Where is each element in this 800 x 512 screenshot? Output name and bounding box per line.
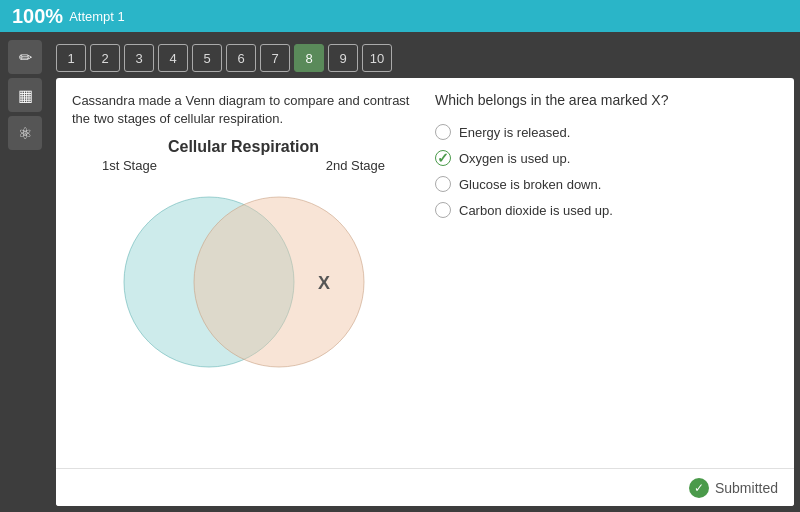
content-area: 12345678910 Cassandra made a Venn diagra…	[50, 32, 800, 512]
question-nav-btn-9[interactable]: 9	[328, 44, 358, 72]
radio-b[interactable]: ✓	[435, 150, 451, 166]
score-display: 100%	[12, 5, 63, 28]
question-nav-btn-3[interactable]: 3	[124, 44, 154, 72]
question-nav-btn-8[interactable]: 8	[294, 44, 324, 72]
diagram-description: Cassandra made a Venn diagram to compare…	[72, 92, 415, 128]
sidebar: ✏ ▦ ⚛	[0, 32, 50, 512]
option-d[interactable]: Carbon dioxide is used up.	[435, 202, 778, 218]
atom-icon[interactable]: ⚛	[8, 116, 42, 150]
question-footer: ✓ Submitted	[56, 468, 794, 506]
question-nav-btn-2[interactable]: 2	[90, 44, 120, 72]
checkmark-b: ✓	[437, 150, 449, 166]
diagram-title: Cellular Respiration	[72, 138, 415, 156]
radio-d[interactable]	[435, 202, 451, 218]
svg-text:X: X	[317, 273, 329, 293]
option-a[interactable]: Energy is released.	[435, 124, 778, 140]
diagram-side: Cassandra made a Venn diagram to compare…	[72, 92, 415, 454]
option-b-text: Oxygen is used up.	[459, 151, 570, 166]
question-nav-btn-1[interactable]: 1	[56, 44, 86, 72]
option-d-text: Carbon dioxide is used up.	[459, 203, 613, 218]
venn-diagram: X	[94, 177, 394, 377]
option-c-text: Glucose is broken down.	[459, 177, 601, 192]
option-b[interactable]: ✓ Oxygen is used up.	[435, 150, 778, 166]
radio-c[interactable]	[435, 176, 451, 192]
question-body: Cassandra made a Venn diagram to compare…	[56, 78, 794, 468]
submitted-icon: ✓	[689, 478, 709, 498]
question-card: Cassandra made a Venn diagram to compare…	[56, 78, 794, 506]
radio-a[interactable]	[435, 124, 451, 140]
diagram-stages: 1st Stage 2nd Stage	[72, 158, 415, 173]
stage2-label: 2nd Stage	[326, 158, 385, 173]
attempt-label: Attempt 1	[69, 9, 125, 24]
option-a-text: Energy is released.	[459, 125, 570, 140]
question-nav-btn-7[interactable]: 7	[260, 44, 290, 72]
question-text: Which belongs in the area marked X?	[435, 92, 778, 108]
answers-side: Which belongs in the area marked X? Ener…	[435, 92, 778, 454]
question-nav-btn-6[interactable]: 6	[226, 44, 256, 72]
main-layout: ✏ ▦ ⚛ 12345678910 Cassandra made a Venn …	[0, 32, 800, 512]
question-nav: 12345678910	[50, 38, 794, 78]
submitted-label: Submitted	[715, 480, 778, 496]
option-c[interactable]: Glucose is broken down.	[435, 176, 778, 192]
question-nav-btn-5[interactable]: 5	[192, 44, 222, 72]
top-bar: 100% Attempt 1	[0, 0, 800, 32]
pencil-icon[interactable]: ✏	[8, 40, 42, 74]
question-nav-btn-10[interactable]: 10	[362, 44, 392, 72]
calculator-icon[interactable]: ▦	[8, 78, 42, 112]
svg-point-1	[194, 197, 364, 367]
stage1-label: 1st Stage	[102, 158, 157, 173]
question-nav-btn-4[interactable]: 4	[158, 44, 188, 72]
